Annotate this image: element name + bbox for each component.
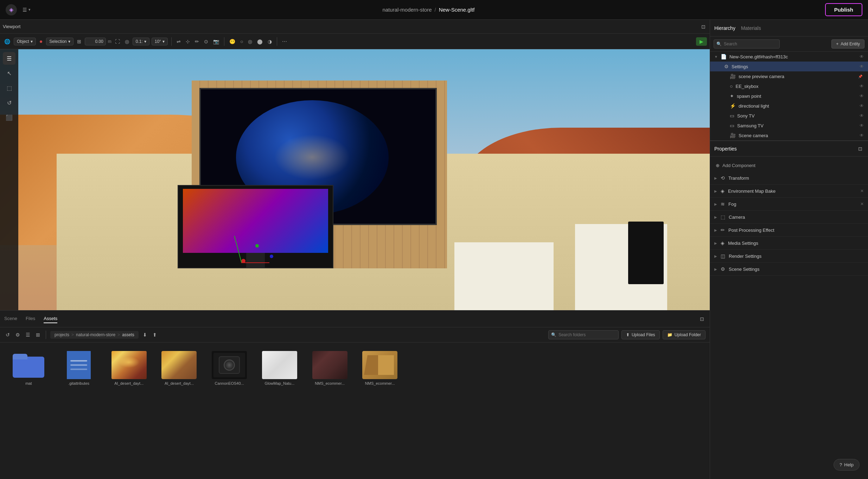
samsung-eye-icon[interactable]: 👁 bbox=[860, 123, 864, 128]
materials-tab[interactable]: Materials bbox=[741, 25, 761, 31]
settings-eye-icon[interactable]: 👁 bbox=[860, 64, 864, 69]
tree-samsung-tv[interactable]: ▭ Samsung TV 👁 bbox=[710, 121, 868, 130]
refresh-button[interactable]: ↺ bbox=[4, 331, 11, 339]
tree-scene-preview-camera[interactable]: 🎥 scene preview camera 📌 bbox=[710, 71, 868, 81]
file-item-ai-desert-1[interactable]: AI_desert_dayt... bbox=[106, 348, 152, 388]
record-icon: ● bbox=[39, 38, 43, 45]
tab-files[interactable]: Files bbox=[26, 314, 35, 323]
settings-button[interactable]: ⚙ bbox=[14, 331, 21, 339]
tree-root[interactable]: ▼ 📄 New-Scene.gltf#hash=ff313c 👁 bbox=[710, 52, 868, 62]
position-input[interactable] bbox=[85, 38, 106, 45]
pivot-icon-button[interactable]: ⊹ bbox=[184, 37, 191, 46]
root-eye-icon[interactable]: 👁 bbox=[860, 54, 864, 59]
world-icon-button[interactable]: 🌐 bbox=[3, 37, 12, 46]
dlight-eye-icon[interactable]: 👁 bbox=[860, 103, 864, 108]
3d-viewport[interactable] bbox=[0, 49, 710, 310]
box-tool-button[interactable]: ⬚ bbox=[3, 82, 15, 94]
prop-media-header[interactable]: ▶ ◈ Media Settings bbox=[710, 237, 868, 249]
file-item-nms-1[interactable]: NMS_ecommer... bbox=[307, 348, 353, 388]
tree-settings[interactable]: ⚙ Settings 👁 bbox=[710, 62, 868, 71]
record-button[interactable]: ● bbox=[38, 37, 44, 46]
add-component-button[interactable]: ⊕ Add Component bbox=[710, 159, 868, 172]
download-button[interactable]: ⬇ bbox=[141, 331, 148, 339]
brush-icon-button[interactable]: ✏ bbox=[193, 37, 200, 46]
prop-transform-header[interactable]: ▶ ⟲ Transform bbox=[710, 172, 868, 184]
maximize-bottom-icon: ⊡ bbox=[700, 316, 704, 322]
face-icon-button[interactable]: 😶 bbox=[228, 37, 237, 46]
spawn-eye-icon[interactable]: 👁 bbox=[860, 94, 864, 98]
screenshot-tool-button[interactable]: ⬛ bbox=[3, 111, 15, 124]
top-bar-left: ◈ ☰ ▾ bbox=[6, 4, 32, 15]
sphere-icon-button[interactable]: ⬤ bbox=[256, 37, 264, 46]
breadcrumb-project-name[interactable]: natural-modern-store bbox=[76, 332, 115, 337]
file-item-mat[interactable]: mat bbox=[6, 348, 52, 388]
vr-icon-button[interactable]: ⊙ bbox=[203, 37, 210, 46]
hierarchy-search-input[interactable] bbox=[714, 39, 780, 49]
breadcrumb-projects[interactable]: projects bbox=[55, 332, 69, 337]
circle-icon-button[interactable]: ○ bbox=[239, 37, 244, 46]
file-label-nms-1: NMS_ecommer... bbox=[315, 381, 345, 385]
camera-chevron-icon: ▶ bbox=[714, 215, 717, 219]
list-view-button[interactable]: ☰ bbox=[24, 331, 32, 339]
file-label-glowmap: GlowMap_Natu... bbox=[264, 381, 294, 385]
maximize-viewport-button[interactable]: ⊡ bbox=[700, 23, 707, 31]
project-name: natural-modern-store bbox=[382, 7, 432, 13]
tree-scene-camera[interactable]: 🎥 Scene camera 👁 bbox=[710, 130, 868, 141]
tab-assets[interactable]: Assets bbox=[44, 314, 57, 323]
prop-scene-settings-header[interactable]: ▶ ⚙ Scene Settings bbox=[710, 263, 868, 275]
folder-search-input[interactable] bbox=[548, 330, 619, 339]
menu-tool-button[interactable]: ☰ bbox=[3, 52, 15, 65]
file-item-nms-2[interactable]: NMS_ecommer... bbox=[357, 348, 403, 388]
more-options-button[interactable]: ⋯ bbox=[281, 37, 288, 46]
tree-sony-tv[interactable]: ▭ Sony TV 👁 bbox=[710, 111, 868, 121]
fog-close-button[interactable]: ✕ bbox=[860, 202, 864, 206]
rotate-tool-button[interactable]: ↺ bbox=[3, 96, 15, 109]
prop-fog-header[interactable]: ▶ ≋ Fog ✕ bbox=[710, 198, 868, 210]
breadcrumb-assets[interactable]: assets bbox=[122, 332, 134, 337]
grid-button[interactable]: ⊞ bbox=[76, 37, 83, 46]
selection-mode-select[interactable]: Selection ▾ bbox=[46, 38, 73, 45]
prop-post-header[interactable]: ▶ ✏ Post Processing Effect bbox=[710, 224, 868, 236]
transform-icon-button[interactable]: ⇌ bbox=[175, 37, 182, 46]
magnet-button[interactable]: ◎ bbox=[123, 37, 130, 46]
scenecam-eye-icon[interactable]: 👁 bbox=[860, 133, 864, 138]
snap-icon-button[interactable]: ⛶ bbox=[114, 37, 121, 46]
upload-button[interactable]: ⬆ bbox=[151, 331, 158, 339]
file-item-gitattributes[interactable]: .gitattributes bbox=[56, 348, 102, 388]
camera-icon-button[interactable]: 📷 bbox=[212, 37, 221, 46]
prop-camera-header[interactable]: ▶ ⬚ Camera bbox=[710, 211, 868, 223]
snap-value-select[interactable]: 0.1: ▾ bbox=[133, 38, 149, 45]
upload-files-button[interactable]: ⬆ Upload Files bbox=[621, 330, 660, 339]
add-entity-button[interactable]: + Add Entity bbox=[831, 39, 864, 49]
sony-eye-icon[interactable]: 👁 bbox=[860, 113, 864, 118]
skybox-eye-icon[interactable]: 👁 bbox=[860, 84, 864, 89]
publish-button[interactable]: Publish bbox=[825, 3, 862, 16]
env-map-close-button[interactable]: ✕ bbox=[860, 189, 864, 193]
app-logo[interactable]: ◈ bbox=[6, 4, 17, 15]
object-mode-select[interactable]: Object ▾ bbox=[14, 38, 36, 45]
help-button[interactable]: ? Help bbox=[834, 459, 860, 471]
tree-spawn-point[interactable]: ✦ spawn point 👁 bbox=[710, 91, 868, 101]
phone-model bbox=[628, 222, 664, 284]
upload-folder-button[interactable]: 📁 Upload Folder bbox=[663, 330, 706, 339]
file-item-ai-desert-2[interactable]: AI_desert_dayt... bbox=[156, 348, 202, 388]
select-tool-button[interactable]: ↖ bbox=[3, 67, 15, 79]
prop-env-map-header[interactable]: ▶ ◈ Environment Map Bake ✕ bbox=[710, 185, 868, 197]
camera-item-icon: 🎥 bbox=[730, 74, 736, 79]
samsung-item-name: Samsung TV bbox=[737, 123, 857, 128]
file-item-canon[interactable]: CannonEOS40... bbox=[206, 348, 253, 388]
grid-view-button[interactable]: ⊞ bbox=[34, 331, 42, 339]
file-item-glowmap[interactable]: GlowMap_Natu... bbox=[257, 348, 303, 388]
tree-directional-light[interactable]: ⚡ directional light 👁 bbox=[710, 101, 868, 111]
maximize-properties-button[interactable]: ⊡ bbox=[857, 145, 864, 153]
hamburger-button[interactable]: ☰ ▾ bbox=[21, 6, 32, 14]
tab-scene[interactable]: Scene bbox=[4, 314, 17, 323]
prop-render-header[interactable]: ▶ ◫ Render Settings bbox=[710, 250, 868, 262]
angle-value-select[interactable]: 10° ▾ bbox=[152, 38, 168, 45]
hierarchy-tab[interactable]: Hierarchy bbox=[714, 25, 735, 31]
maximize-bottom-panel-button[interactable]: ⊡ bbox=[698, 315, 706, 323]
play-button[interactable]: ▶ bbox=[696, 37, 707, 46]
tree-ee-skybox[interactable]: ○ EE_skybox 👁 bbox=[710, 81, 868, 91]
halfcircle-icon-button[interactable]: ◑ bbox=[266, 37, 273, 46]
ring-icon-button[interactable]: ◎ bbox=[247, 37, 254, 46]
